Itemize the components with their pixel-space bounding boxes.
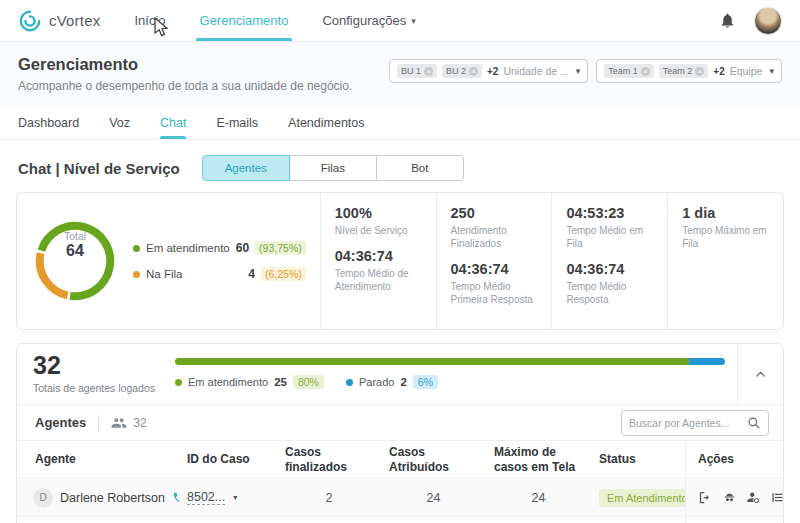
queue-list-icon[interactable] [770,490,785,505]
case-cell: 8502... ▾ [179,490,277,505]
kpi-value: 04:36:74 [335,248,422,264]
kpi-label: Tempo Médio Primeira Resposta [451,280,538,306]
kpi-value: 1 dia [682,205,769,221]
legend-label: Na Fila [146,268,242,280]
search-icon[interactable] [747,416,761,430]
kpi-value: 04:36:74 [566,261,653,277]
tab-chat[interactable]: Chat [160,107,186,139]
segment-agentes[interactable]: Agentes [202,155,290,181]
agent-config-icon[interactable] [746,490,761,505]
chip-remove-icon[interactable]: × [641,67,650,76]
col-agente: Agente [17,452,179,467]
agents-search-box[interactable] [621,410,769,436]
page-title: Gerenciamento [18,55,352,74]
nav-gerenciamento-label: Gerenciamento [200,13,289,28]
filter-more-count: +2 [713,66,724,77]
chip-remove-icon[interactable]: × [424,67,433,76]
legend-value: 4 [248,267,255,281]
tab-dashboard[interactable]: Dashboard [18,107,79,139]
nav-inicio[interactable]: Início [134,0,165,41]
table-header-row: Agente ID do Caso Casos finalizados Caso… [17,440,783,478]
logout-icon[interactable] [698,490,713,505]
agents-count: 32 [133,416,146,430]
agent-cell: D Darlene Robertson [17,488,179,508]
tab-emails[interactable]: E-mails [216,107,258,139]
bell-icon[interactable] [719,12,736,29]
case-id-link[interactable]: 8502... [187,490,225,505]
divider [98,415,99,431]
monitor-agent-icon[interactable] [722,490,737,505]
orange-dot-icon [133,271,140,278]
chip-remove-icon[interactable]: × [695,67,704,76]
tab-label: Voz [109,116,130,130]
tab-atendimentos[interactable]: Atendimentos [288,107,364,139]
filter-chip[interactable]: Team 2 × [659,64,709,78]
col-casos-finalizados: Casos finalizados [277,445,381,475]
donut-center: Total 64 [31,201,119,289]
user-avatar[interactable] [754,7,782,35]
table-row: D Darlene Robertson 8502... ▾ 2 24 24 Em… [17,478,783,516]
nav-inicio-label: Início [134,13,165,28]
kpi-value: 04:53:23 [566,205,653,221]
legend-em-atendimento: Em atendimento 60 (93,75%) [133,241,306,255]
chevron-down-icon[interactable]: ▾ [576,66,581,76]
bar-legend-value: 2 [400,376,406,388]
section-title: Chat | Nível de Serviço [18,160,180,177]
brand[interactable]: cVortex [18,0,100,41]
legend-label: Em atendimento [146,242,230,254]
filter-placeholder: Equipe [730,65,763,77]
agents-total-value: 32 [33,352,155,380]
kpi-label: Nível de Serviço [335,224,422,237]
segment-label: Bot [411,162,428,174]
green-dot-icon [133,245,140,252]
kpi-label: Tempo Médio Resposta [566,280,653,306]
agents-section-title: Agentes [35,415,86,430]
kpi-tempo-maximo-fila: 1 dia Tempo Máximo em Fila [682,205,769,250]
segment-filas[interactable]: Filas [289,155,377,181]
agents-group-icon [111,415,127,431]
segment-label: Filas [321,162,345,174]
nav-gerenciamento[interactable]: Gerenciamento [200,0,289,41]
team-filter[interactable]: Team 1 × Team 2 × +2 Equipe ▾ [596,59,782,83]
collapse-panel-button[interactable] [737,344,783,404]
kpi-grid: 100% Nível de Serviço 04:36:74 Tempo Méd… [320,193,783,329]
max-cases-value: 24 [486,491,591,505]
chip-label: BU 1 [401,66,421,76]
chevron-up-icon [754,368,767,381]
chevron-down-icon[interactable]: ▾ [769,66,774,76]
avatar: D [33,488,53,508]
legend-pct-badge: (93,75%) [255,241,306,255]
nav-configuracoes-label: Configurações [322,13,406,28]
chevron-down-icon[interactable]: ▾ [233,493,237,502]
kpi-atendimentos-finalizados: 250 Atendimento Finalizados [451,205,538,250]
col-status: Status [591,452,685,467]
tab-voz[interactable]: Voz [109,107,130,139]
filter-chip[interactable]: Team 1 × [604,64,654,78]
bar-segment-parado [689,358,725,365]
bar-legend-em-atendimento: Em atendimento 25 80% [175,375,324,389]
status-badge: Em Atendimento [599,489,685,507]
chip-label: Team 1 [608,66,638,76]
col-maximo-casos: Máximo de casos em Tela [486,445,591,475]
col-acoes: Ações [685,441,783,478]
page-header-text: Gerenciamento Acompanhe o desempenho de … [18,55,352,93]
status-cell: Em Atendimento Solicitou [591,489,685,507]
donut-total-label: Total [64,230,86,242]
phone-call-icon[interactable] [172,491,179,505]
filter-chip[interactable]: BU 1 × [397,64,437,78]
agents-total: 32 Totais de agentes logados [17,344,169,404]
business-unit-filter[interactable]: BU 1 × BU 2 × +2 Unidade de ... ▾ [389,59,588,83]
filter-chip[interactable]: BU 2 × [442,64,482,78]
kpi-value: 04:36:74 [451,261,538,277]
chip-remove-icon[interactable]: × [469,67,478,76]
agents-overview: 32 Totais de agentes logados Em atendime… [17,344,783,404]
bar-legend-pct-badge: 6% [413,375,438,389]
table-row: V Virginia Nielsen 8502... ▾ 4 28 28 Em … [17,516,783,523]
filters: BU 1 × BU 2 × +2 Unidade de ... ▾ Team 1… [389,59,782,83]
segment-bot[interactable]: Bot [376,155,464,181]
search-input[interactable] [629,417,747,429]
cvortex-logo [18,9,42,33]
page-subtitle: Acompanhe o desempenho de toda a sua uni… [18,79,352,93]
green-dot-icon [175,379,182,386]
nav-configuracoes[interactable]: Configurações ▾ [322,0,415,41]
